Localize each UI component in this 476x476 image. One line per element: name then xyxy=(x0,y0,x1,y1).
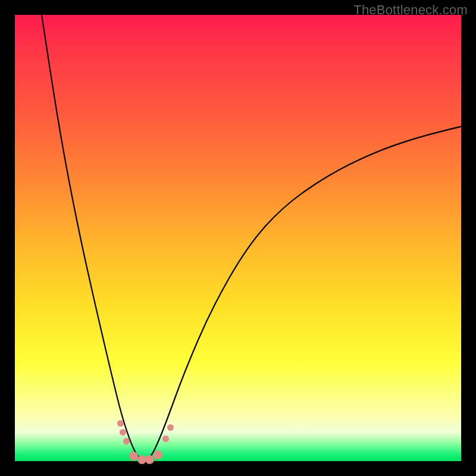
chart-frame: TheBottleneck.com xyxy=(0,0,476,476)
plot-area xyxy=(15,15,461,461)
watermark-text: TheBottleneck.com xyxy=(353,2,468,18)
bottleneck-curve xyxy=(42,15,461,460)
curve-layer xyxy=(15,15,461,461)
